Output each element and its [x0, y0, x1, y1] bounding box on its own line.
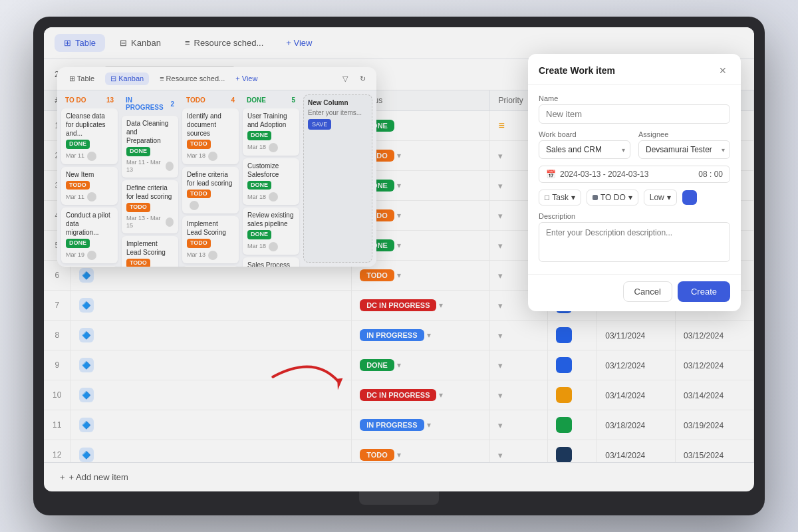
modal-body: Name Work board Sales and CRM — [528, 85, 741, 274]
monitor-stand — [359, 491, 439, 505]
create-work-item-modal: Create Work item ✕ Name Work board Sa — [528, 54, 741, 311]
status-dot — [593, 195, 598, 200]
create-button[interactable]: Create — [678, 281, 730, 302]
name-label: Name — [539, 94, 730, 102]
name-field-group: Name — [539, 94, 730, 124]
workboard-select[interactable]: Sales and CRM — [539, 140, 630, 159]
time-start: 08 — [698, 170, 707, 179]
cancel-button[interactable]: Cancel — [623, 281, 672, 302]
name-input[interactable] — [539, 104, 730, 124]
type-row: □ Task ▾ TO DO ▾ Low ▾ — [539, 190, 730, 205]
status-chevron: ▾ — [628, 193, 632, 202]
priority-button[interactable]: Low ▾ — [644, 190, 677, 205]
type-button[interactable]: □ Task ▾ — [539, 190, 581, 205]
status-button[interactable]: TO DO ▾ — [587, 190, 638, 205]
calendar-icon: 📅 — [546, 170, 556, 179]
description-group: Description — [539, 212, 730, 265]
workboard-assignee-row: Work board Sales and CRM Assignee — [539, 130, 730, 159]
monitor-frame: ⊞ Table ⊟ Kanban ≡ Resource sched... + V… — [33, 17, 765, 515]
modal-header: Create Work item ✕ — [528, 54, 741, 85]
modal-footer: Cancel Create — [528, 274, 741, 311]
assignee-label: Assignee — [638, 130, 730, 138]
modal-title: Create Work item — [539, 65, 615, 76]
description-input[interactable] — [539, 222, 730, 262]
modal-overlay: Create Work item ✕ Name Work board Sa — [44, 27, 754, 491]
date-range-row[interactable]: 📅 2024-03-13 - 2024-03-13 08 : 00 — [539, 166, 730, 183]
type-chevron: ▾ — [571, 193, 575, 202]
time-end: 00 — [714, 170, 723, 179]
workboard-select-wrapper: Sales and CRM — [539, 140, 630, 159]
workboard-label: Work board — [539, 130, 630, 138]
assignee-group: Assignee Devsamurai Tester — [638, 130, 730, 159]
monitor-screen: ⊞ Table ⊟ Kanban ≡ Resource sched... + V… — [44, 27, 754, 491]
color-button[interactable] — [682, 190, 697, 205]
assignee-select[interactable]: Devsamurai Tester — [638, 140, 730, 159]
workboard-group: Work board Sales and CRM — [539, 130, 630, 159]
modal-close-button[interactable]: ✕ — [716, 63, 730, 78]
task-icon: □ — [545, 193, 549, 202]
assignee-select-wrapper: Devsamurai Tester — [638, 140, 730, 159]
time-separator: 08 : 00 — [698, 170, 723, 179]
priority-chevron: ▾ — [667, 193, 671, 202]
date-range-text: 2024-03-13 - 2024-03-13 — [560, 170, 648, 179]
description-label: Description — [539, 212, 730, 220]
